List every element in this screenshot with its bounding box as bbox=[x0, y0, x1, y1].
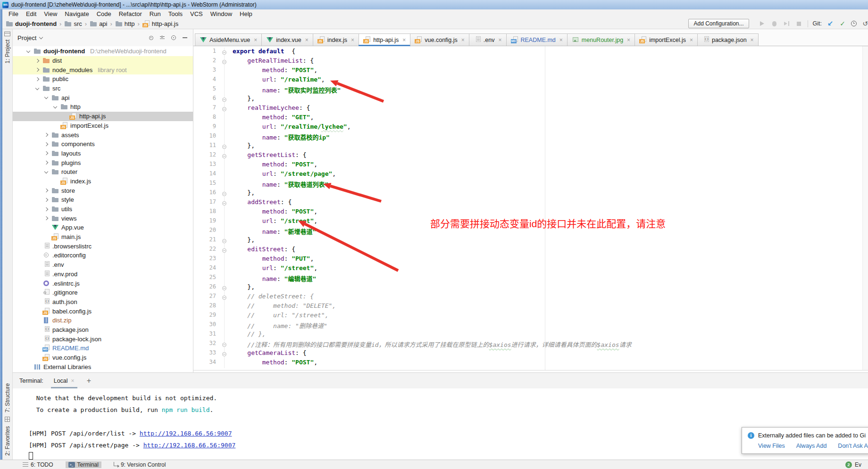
chevron-down-icon[interactable] bbox=[53, 105, 57, 108]
statusbar-6-todo[interactable]: 6: TODO bbox=[20, 461, 56, 468]
tree-item-utils[interactable]: utils bbox=[13, 205, 193, 214]
close-icon[interactable]: × bbox=[498, 37, 501, 43]
tree-item-babel.config.js[interactable]: babel.config.js bbox=[13, 306, 193, 316]
event-log-label[interactable]: Ev bbox=[855, 461, 861, 468]
tab-package.json[interactable]: package.json× bbox=[697, 33, 759, 46]
new-terminal-button[interactable]: + bbox=[87, 377, 91, 385]
chevron-right-icon[interactable] bbox=[44, 207, 48, 211]
fold-icon[interactable] bbox=[222, 107, 226, 111]
chevron-right-icon[interactable] bbox=[44, 133, 48, 137]
view-options-icon[interactable] bbox=[159, 34, 166, 41]
menu-file[interactable]: File bbox=[5, 10, 22, 17]
tree-item-dist.zip[interactable]: dist.zip bbox=[13, 316, 193, 325]
fold-icon[interactable] bbox=[222, 343, 226, 347]
menu-vcs[interactable]: VCS bbox=[186, 10, 207, 17]
tree-item-plugins[interactable]: plugins bbox=[13, 158, 193, 167]
tree-item-main.js[interactable]: main.js bbox=[13, 232, 193, 242]
tree-item-node_modules[interactable]: node_moduleslibrary root bbox=[13, 65, 193, 74]
tool-button-favorites[interactable]: 2: Favorites bbox=[4, 426, 11, 456]
chevron-right-icon[interactable] bbox=[44, 189, 48, 192]
tool-button-project[interactable]: 1: Project bbox=[4, 40, 11, 64]
tab-index.js[interactable]: index.js× bbox=[313, 33, 359, 46]
statusbar-9-version-control[interactable]: 9: Version Control bbox=[111, 461, 168, 468]
tree-item-.eslintrc.js[interactable]: .eslintrc.js bbox=[13, 279, 193, 288]
tree-item-.env.prod[interactable]: .env.prod bbox=[13, 270, 193, 279]
fold-icon[interactable] bbox=[222, 286, 226, 290]
close-icon[interactable]: × bbox=[305, 37, 309, 43]
tree-item-duoji-frontend[interactable]: duoji-frontendD:\zheheWeb\duoji-frontend bbox=[13, 47, 193, 56]
tab-http-api.js[interactable]: http-api.js× bbox=[359, 33, 410, 46]
tree-item-style[interactable]: style bbox=[13, 195, 193, 205]
breadcrumb-src[interactable]: src bbox=[64, 20, 82, 27]
close-icon[interactable]: × bbox=[254, 37, 257, 43]
tree-item-public[interactable]: public bbox=[13, 74, 193, 84]
tab-AsideMenu.vue[interactable]: AsideMenu.vue× bbox=[195, 33, 262, 46]
breadcrumb-http-api.js[interactable]: http-api.js bbox=[142, 20, 178, 27]
chevron-right-icon[interactable] bbox=[44, 216, 48, 220]
close-icon[interactable]: × bbox=[461, 37, 465, 43]
terminal-cursor[interactable] bbox=[29, 452, 33, 460]
tree-item-.editorconfig[interactable]: .editorconfig bbox=[13, 251, 193, 260]
chevron-right-icon[interactable] bbox=[35, 68, 39, 72]
tree-item-.env[interactable]: .env bbox=[13, 260, 193, 270]
fold-icon[interactable] bbox=[222, 50, 226, 55]
chevron-down-icon[interactable] bbox=[26, 49, 30, 53]
breadcrumb-api[interactable]: api bbox=[90, 20, 107, 27]
breadcrumb-duoji-frontend[interactable]: duoji-frontend bbox=[6, 20, 57, 27]
gear-icon[interactable] bbox=[170, 34, 177, 41]
fold-icon[interactable] bbox=[222, 296, 226, 300]
tree-item-README.md[interactable]: README.md bbox=[13, 344, 193, 353]
tree-item-auth.json[interactable]: auth.json bbox=[13, 297, 193, 307]
tab-index.vue[interactable]: index.vue× bbox=[261, 33, 313, 46]
menu-refactor[interactable]: Refactor bbox=[115, 10, 146, 17]
tree-item-importExcel.js[interactable]: importExcel.js bbox=[13, 121, 193, 131]
close-icon[interactable]: × bbox=[751, 37, 754, 43]
run-with-coverage-icon[interactable] bbox=[783, 20, 791, 27]
locate-file-icon[interactable] bbox=[148, 34, 154, 41]
close-icon[interactable]: × bbox=[351, 37, 354, 43]
chevron-right-icon[interactable] bbox=[35, 77, 39, 81]
fold-icon[interactable] bbox=[222, 145, 226, 149]
fold-icon[interactable] bbox=[222, 239, 226, 243]
menu-run[interactable]: Run bbox=[146, 10, 165, 17]
menu-code[interactable]: Code bbox=[93, 10, 115, 17]
fold-icon[interactable] bbox=[222, 352, 226, 356]
tab-menuRouter.jpg[interactable]: menuRouter.jpg× bbox=[567, 33, 635, 46]
run-icon[interactable] bbox=[759, 20, 766, 27]
tree-item-http-api.js[interactable]: http-api.js bbox=[13, 112, 193, 121]
tab-vue.config.js[interactable]: vue.config.js× bbox=[410, 33, 469, 46]
menu-view[interactable]: View bbox=[40, 10, 61, 17]
tree-item-assets[interactable]: assets bbox=[13, 130, 193, 140]
tree-item-package.json[interactable]: package.json bbox=[13, 325, 193, 335]
tab-README.md[interactable]: README.md× bbox=[506, 33, 568, 46]
tab-importExcel.js[interactable]: importExcel.js× bbox=[634, 33, 698, 46]
event-count-badge[interactable]: 2 bbox=[845, 461, 852, 468]
notification-link-view-files[interactable]: View Files bbox=[758, 443, 785, 449]
close-icon[interactable]: × bbox=[559, 37, 563, 43]
terminal-tab-local[interactable]: Local × bbox=[51, 373, 77, 388]
tree-item-index.js[interactable]: index.js bbox=[13, 177, 193, 186]
debug-icon[interactable] bbox=[771, 20, 778, 27]
stop-icon[interactable] bbox=[795, 20, 803, 27]
rollback-icon[interactable] bbox=[861, 20, 868, 27]
tree-item-router[interactable]: router bbox=[13, 167, 193, 177]
tree-item-views[interactable]: views bbox=[13, 214, 193, 223]
chevron-down-icon[interactable] bbox=[44, 95, 48, 99]
git-update-icon[interactable] bbox=[826, 20, 834, 27]
chevron-right-icon[interactable] bbox=[44, 142, 48, 146]
chevron-right-icon[interactable] bbox=[44, 198, 48, 202]
terminal-link[interactable]: http://192.168.66.56:9007 bbox=[143, 442, 236, 449]
add-configuration-button[interactable]: Add Configuration... bbox=[688, 19, 749, 28]
fold-icon[interactable] bbox=[222, 248, 226, 253]
menu-edit[interactable]: Edit bbox=[22, 10, 40, 17]
tree-item-External Libraries[interactable]: External Libraries bbox=[13, 362, 193, 371]
fold-icon[interactable] bbox=[222, 154, 226, 158]
notification-link-don-t-ask-agai[interactable]: Don't Ask Agai bbox=[838, 443, 868, 449]
chevron-down-icon[interactable] bbox=[44, 170, 48, 173]
tree-item-api[interactable]: api bbox=[13, 93, 193, 102]
chevron-down-icon[interactable] bbox=[39, 35, 43, 39]
terminal-output[interactable]: Note that the development build is not o… bbox=[13, 388, 868, 460]
code-editor[interactable]: 1export default {2 getRealTimeList: {3 m… bbox=[193, 46, 868, 370]
tree-item-layouts[interactable]: layouts bbox=[13, 149, 193, 158]
tree-item-store[interactable]: store bbox=[13, 186, 193, 195]
